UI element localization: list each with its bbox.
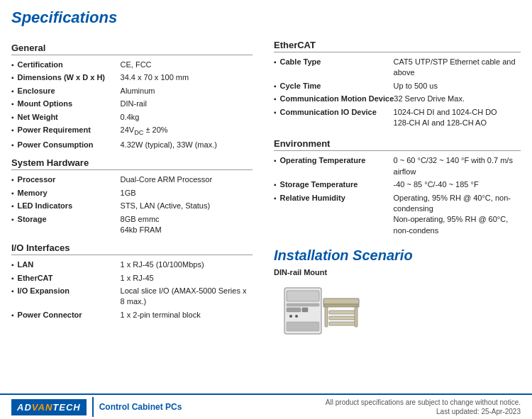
spec-key: Operating Temperature — [280, 155, 394, 166]
spec-key: Certification — [18, 60, 121, 70]
bullet-icon: ▪ — [11, 140, 14, 150]
spec-key: Power Connector — [18, 310, 121, 320]
svg-rect-10 — [325, 307, 328, 327]
list-item: ▪ Cable Type CAT5 UTP/STP Ethernet cable… — [274, 57, 521, 79]
footer-brand: ADVANTECH — [11, 399, 87, 415]
list-item: ▪ Processor Dual-Core ARM Processor — [11, 174, 253, 185]
spec-val: 0.4kg — [121, 112, 253, 123]
spec-key: Net Weight — [18, 112, 121, 123]
spec-val: Up to 500 us — [394, 81, 521, 91]
list-item: ▪ Operating Temperature 0 ~ 60 °C/32 ~ 1… — [274, 155, 521, 177]
spec-key: LAN — [18, 259, 121, 270]
list-item: ▪ Memory 1GB — [11, 188, 253, 199]
spec-val: Local slice I/O (AMAX-5000 Series x 8 ma… — [121, 286, 253, 308]
spec-key-cable-type: Cable Type — [280, 57, 394, 67]
list-item: ▪ Power Requirement 24VDC ± 20% — [11, 125, 253, 138]
list-item: ▪ Power Connector 1 x 2-pin terminal blo… — [11, 310, 253, 320]
environment-spec-list: ▪ Operating Temperature 0 ~ 60 °C/32 ~ 1… — [274, 155, 521, 236]
spec-key: Dimensions (W x D x H) — [18, 72, 121, 83]
brand-tech: TECH — [52, 402, 80, 413]
list-item: ▪ I/O Expansion Local slice I/O (AMAX-50… — [11, 286, 253, 308]
list-item: ▪ Communication Motion Device 32 Servo D… — [274, 94, 521, 104]
bullet-icon: ▪ — [11, 311, 14, 320]
spec-val: 1 x RJ-45 (10/100Mbps) — [121, 259, 253, 270]
brand-ad: AD — [17, 402, 32, 413]
brand-van: VAN — [32, 402, 52, 413]
bullet-icon: ▪ — [11, 201, 14, 211]
bullet-icon: ▪ — [274, 94, 277, 104]
device-image-area — [281, 281, 521, 341]
bullet-icon: ▪ — [11, 60, 14, 70]
spec-val: 1 x RJ-45 — [121, 273, 253, 284]
svg-rect-7 — [287, 322, 319, 331]
list-item: ▪ Power Consumption 4.32W (typical), 33W… — [11, 140, 253, 150]
installation-title: Installation Scenario — [274, 247, 521, 264]
system-hardware-spec-list: ▪ Processor Dual-Core ARM Processor ▪ Me… — [11, 174, 253, 235]
spec-key-power-req: Power Requirement — [18, 125, 121, 135]
spec-val: 34.4 x 70 x 100 mm — [121, 72, 253, 83]
spec-val: Aluminum — [121, 86, 253, 96]
ethercat-section-title: EtherCAT — [274, 40, 521, 52]
spec-val: 24VDC ± 20% — [121, 125, 253, 138]
bullet-icon: ▪ — [11, 86, 14, 96]
spec-key: Mount Options — [18, 99, 121, 109]
spec-key-power-cons: Power Consumption — [18, 140, 121, 150]
bullet-icon: ▪ — [274, 57, 277, 67]
footer-right: All product specifications are subject t… — [326, 398, 521, 415]
svg-point-6 — [295, 315, 298, 318]
bullet-icon: ▪ — [274, 156, 277, 166]
spec-val: 1GB — [121, 188, 253, 199]
spec-key: Enclosure — [18, 86, 121, 96]
spec-key: I/O Expansion — [18, 286, 121, 296]
footer-left: ADVANTECH Control Cabinet PCs — [11, 397, 182, 417]
spec-val: 32 Servo Drive Max. — [394, 94, 521, 104]
io-interfaces-section-title: I/O Interfaces — [11, 242, 253, 255]
spec-val: Dual-Core ARM Processor — [121, 174, 253, 185]
io-interfaces-spec-list: ▪ LAN 1 x RJ-45 (10/100Mbps) ▪ EtherCAT … — [11, 259, 253, 320]
spec-key-storage-temp: Storage Temperature — [280, 179, 394, 190]
svg-rect-1 — [287, 291, 319, 301]
svg-rect-3 — [287, 308, 301, 312]
list-item: ▪ Storage Temperature -40 ~ 85 °C/-40 ~ … — [274, 179, 521, 190]
svg-rect-12 — [329, 316, 356, 320]
spec-val: 1 x 2-pin terminal block — [121, 310, 253, 320]
spec-val: CE, FCC — [121, 60, 253, 70]
list-item: ▪ Relative Humidity Operating, 95% RH @ … — [274, 193, 521, 237]
list-item: ▪ EtherCAT 1 x RJ-45 — [11, 273, 253, 284]
spec-key: Storage — [18, 214, 121, 225]
svg-point-5 — [289, 315, 292, 318]
spec-key: EtherCAT — [18, 273, 121, 284]
bullet-icon: ▪ — [274, 180, 277, 190]
footer-note: All product specifications are subject t… — [326, 398, 521, 406]
spec-val: STS, LAN (Active, Status) — [121, 201, 253, 211]
svg-rect-11 — [329, 311, 356, 314]
footer: ADVANTECH Control Cabinet PCs All produc… — [0, 393, 532, 419]
spec-key: Communication IO Device — [280, 107, 394, 118]
bullet-icon: ▪ — [11, 189, 14, 199]
svg-rect-9 — [323, 304, 359, 307]
list-item: ▪ Certification CE, FCC — [11, 60, 253, 70]
list-item: ▪ Storage 8GB emmc64kb FRAM — [11, 214, 253, 236]
spec-key: Relative Humidity — [280, 193, 394, 203]
svg-rect-14 — [355, 307, 358, 327]
list-item: ▪ Communication IO Device 1024-CH DI and… — [274, 107, 521, 129]
spec-val: 8GB emmc64kb FRAM — [121, 214, 253, 236]
list-item: ▪ LED Indicators STS, LAN (Active, Statu… — [11, 201, 253, 211]
svg-rect-4 — [302, 308, 308, 312]
bullet-icon: ▪ — [11, 73, 14, 83]
list-item: ▪ Cycle Time Up to 500 us — [274, 81, 521, 91]
list-item: ▪ Dimensions (W x D x H) 34.4 x 70 x 100… — [11, 72, 253, 83]
bullet-icon: ▪ — [11, 274, 14, 284]
spec-key-memory: Memory — [18, 188, 121, 199]
bullet-icon: ▪ — [11, 113, 14, 123]
spec-key: Cycle Time — [280, 81, 394, 91]
footer-last-updated: Last updated: 25-Apr-2023 — [326, 408, 521, 415]
general-spec-list: ▪ Certification CE, FCC ▪ Dimensions (W … — [11, 60, 253, 150]
spec-key: LED Indicators — [18, 201, 121, 211]
footer-product: Control Cabinet PCs — [99, 402, 182, 412]
list-item: ▪ LAN 1 x RJ-45 (10/100Mbps) — [11, 259, 253, 270]
spec-key-comm-motion: Communication Motion Device — [280, 94, 394, 104]
system-hardware-section-title: System Hardware — [11, 157, 253, 170]
bullet-icon: ▪ — [274, 82, 277, 91]
page-title: Specifications — [11, 9, 521, 27]
